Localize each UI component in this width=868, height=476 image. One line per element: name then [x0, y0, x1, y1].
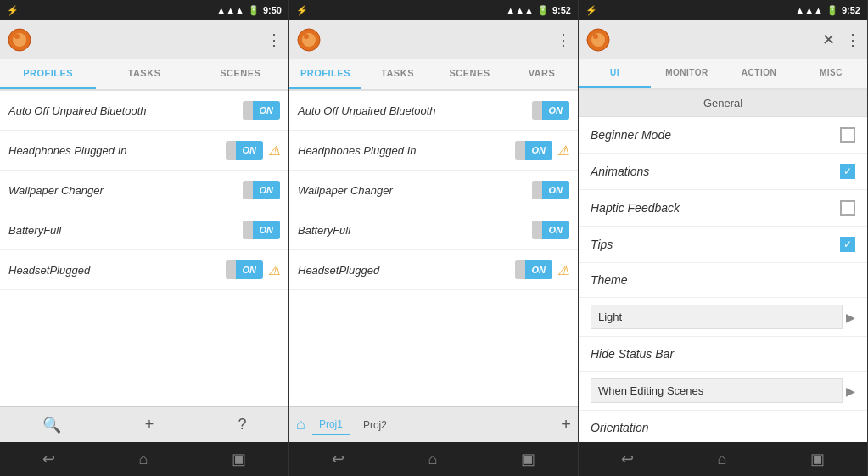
profile-name: Auto Off Unpaired Bluetooth — [8, 104, 243, 117]
app-logo-2 — [296, 27, 322, 53]
animations-checkbox[interactable] — [840, 164, 855, 179]
add-project-icon[interactable]: + — [561, 415, 571, 434]
toggle-switch[interactable]: ON — [226, 141, 264, 160]
settings-row-animations[interactable]: Animations — [579, 154, 867, 190]
settings-top-right: ✕ ⋮ — [822, 31, 860, 49]
recent-nav-icon[interactable]: ▣ — [810, 450, 825, 468]
top-bar-actions-2: ⋮ — [556, 31, 571, 49]
profile-name: BatteryFull — [298, 224, 532, 237]
status-bar-right-2: ▲▲▲ 🔋 9:52 — [506, 5, 571, 16]
list-item[interactable]: HeadsetPlugged ON ⚠ — [289, 250, 578, 290]
project-tab-2[interactable]: Proj2 — [356, 416, 394, 434]
recent-nav-icon[interactable]: ▣ — [232, 450, 246, 468]
menu-dots-1[interactable]: ⋮ — [266, 31, 282, 49]
tab-profiles-2[interactable]: PROFILES — [289, 59, 361, 89]
warning-icon: ⚠ — [268, 143, 280, 159]
project-bar: ⌂ Proj1 Proj2 + — [289, 406, 578, 442]
home-nav-icon[interactable]: ⌂ — [428, 451, 438, 468]
toggle-switch[interactable]: ON — [243, 181, 281, 199]
list-item[interactable]: HeadsetPlugged ON ⚠ — [0, 250, 288, 290]
toggle-switch[interactable]: ON — [532, 101, 570, 120]
project-tab-1[interactable]: Proj1 — [312, 415, 350, 435]
tabs-2: PROFILES TASKS SCENES VARS — [289, 59, 578, 91]
top-bar-actions-1: ⋮ — [266, 31, 282, 49]
search-icon[interactable]: 🔍 — [42, 416, 61, 434]
toggle-switch[interactable]: ON — [243, 101, 281, 120]
list-item[interactable]: Headphones Plugged In ON ⚠ — [289, 131, 578, 171]
tab-scenes-1[interactable]: SCENES — [193, 59, 288, 89]
tab-tasks-1[interactable]: TASKS — [96, 59, 192, 89]
status-bar-3: ⚡ ▲▲▲ 🔋 9:52 — [579, 0, 867, 20]
lightning-icon-3: ⚡ — [585, 5, 597, 16]
list-item[interactable]: Auto Off Unpaired Bluetooth ON — [289, 91, 578, 131]
panel-profiles-2: ⚡ ▲▲▲ 🔋 9:52 ⋮ PROFILES TASKS SCENES VAR… — [289, 0, 579, 476]
toggle-switch[interactable]: ON — [532, 221, 570, 239]
menu-dots-2[interactable]: ⋮ — [556, 31, 571, 49]
bottom-bar-1: 🔍 + ? — [0, 406, 288, 442]
toggle-switch[interactable]: ON — [243, 221, 281, 239]
svg-point-7 — [591, 33, 605, 47]
profile-name: HeadsetPlugged — [8, 264, 226, 277]
list-item[interactable]: Wallpaper Changer ON — [289, 171, 578, 210]
list-item[interactable]: BatteryFull ON — [0, 210, 288, 250]
settings-row-beginner-mode[interactable]: Beginner Mode — [579, 117, 867, 154]
theme-value[interactable]: Light — [591, 305, 843, 329]
home-nav-icon[interactable]: ⌂ — [139, 451, 148, 468]
back-nav-icon[interactable]: ↩ — [621, 450, 634, 468]
status-bar-right-1: ▲▲▲ 🔋 9:50 — [216, 5, 282, 16]
back-nav-icon[interactable]: ↩ — [42, 450, 55, 468]
toggle-switch[interactable]: ON — [226, 260, 264, 279]
tab-monitor[interactable]: MONITOR — [651, 59, 723, 88]
hide-status-bar-label: Hide Status Bar — [591, 347, 855, 361]
haptic-feedback-label: Haptic Feedback — [591, 201, 840, 215]
nav-bar-1: ↩ ⌂ ▣ — [0, 442, 288, 476]
help-icon[interactable]: ? — [238, 416, 246, 434]
haptic-feedback-checkbox[interactable] — [840, 200, 855, 216]
panel-settings: ⚡ ▲▲▲ 🔋 9:52 ✕ ⋮ UI MONITOR ACTION MISC … — [579, 0, 868, 476]
home-nav-icon[interactable]: ⌂ — [718, 451, 727, 468]
theme-label: Theme — [591, 273, 855, 287]
close-settings-icon[interactable]: ✕ — [822, 31, 835, 49]
list-item[interactable]: BatteryFull ON — [289, 210, 578, 250]
back-nav-icon[interactable]: ↩ — [332, 450, 344, 468]
list-item[interactable]: Headphones Plugged In ON ⚠ — [0, 131, 288, 171]
toggle-switch[interactable]: ON — [532, 181, 570, 199]
nav-bar-3: ↩ ⌂ ▣ — [579, 442, 867, 476]
time-1: 9:50 — [263, 5, 282, 15]
profile-list-1: Auto Off Unpaired Bluetooth ON Headphone… — [0, 91, 288, 406]
orientation-label: Orientation — [591, 421, 855, 434]
status-bar-left-1: ⚡ — [7, 5, 19, 16]
home-project-icon[interactable]: ⌂ — [296, 416, 305, 434]
tab-vars-2[interactable]: VARS — [506, 59, 578, 89]
settings-row-haptic[interactable]: Haptic Feedback — [579, 190, 867, 227]
beginner-mode-checkbox[interactable] — [840, 127, 855, 143]
theme-dropdown-arrow: ▶ — [846, 311, 855, 324]
status-bar-1: ⚡ ▲▲▲ 🔋 9:50 — [0, 0, 288, 20]
add-profile-icon[interactable]: + — [145, 416, 154, 434]
tab-misc[interactable]: MISC — [795, 59, 867, 88]
tab-tasks-2[interactable]: TASKS — [361, 59, 434, 89]
toggle-area: ON ⚠ — [515, 260, 570, 279]
menu-dots-3[interactable]: ⋮ — [845, 31, 860, 49]
list-item[interactable]: Auto Off Unpaired Bluetooth ON — [0, 91, 288, 131]
settings-row-tips[interactable]: Tips — [579, 227, 867, 263]
profile-name: Headphones Plugged In — [298, 144, 515, 157]
profile-name: Auto Off Unpaired Bluetooth — [298, 104, 532, 117]
toggle-switch[interactable]: ON — [515, 141, 553, 160]
hide-status-dropdown-row[interactable]: When Editing Scenes ▶ — [579, 372, 867, 411]
list-item[interactable]: Wallpaper Changer ON — [0, 171, 288, 210]
tips-checkbox[interactable] — [840, 237, 855, 252]
tips-label: Tips — [591, 238, 840, 251]
warning-icon: ⚠ — [268, 262, 280, 278]
tab-scenes-2[interactable]: SCENES — [434, 59, 506, 89]
hide-status-value[interactable]: When Editing Scenes — [591, 378, 843, 403]
tab-profiles-1[interactable]: PROFILES — [0, 59, 96, 89]
toggle-area: ON — [532, 181, 570, 199]
tab-ui[interactable]: UI — [579, 59, 651, 88]
settings-row-theme-header: Theme — [579, 263, 867, 298]
nav-bar-2: ↩ ⌂ ▣ — [289, 442, 578, 476]
theme-dropdown-row[interactable]: Light ▶ — [579, 298, 867, 337]
toggle-switch[interactable]: ON — [515, 260, 553, 279]
recent-nav-icon[interactable]: ▣ — [521, 450, 535, 468]
tab-action[interactable]: ACTION — [723, 59, 795, 88]
